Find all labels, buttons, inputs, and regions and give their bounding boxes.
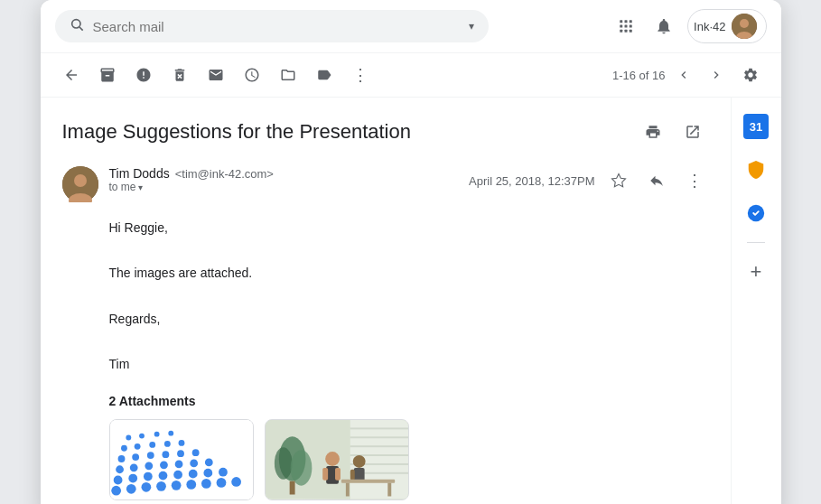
svg-point-15	[74, 174, 87, 187]
svg-rect-2	[620, 20, 622, 23]
pagination-text: 1-16 of 16	[612, 69, 666, 82]
email-date: April 25, 2018, 12:37PM	[469, 174, 594, 188]
svg-point-21	[154, 432, 159, 437]
svg-rect-5	[620, 25, 622, 28]
email-title: Image Suggestions for the Presentation	[62, 120, 622, 144]
email-more-button[interactable]: ⋮	[680, 166, 709, 195]
attachment-2-preview	[266, 420, 408, 499]
svg-point-67	[274, 447, 292, 480]
sender-avatar	[62, 166, 98, 202]
svg-point-30	[146, 453, 154, 460]
next-email-button[interactable]	[702, 61, 731, 89]
search-bar[interactable]: ▾	[55, 10, 489, 42]
svg-point-34	[116, 466, 124, 474]
sender-name: Tim Dodds	[109, 166, 170, 181]
email-title-row: Image Suggestions for the Presentation	[62, 116, 709, 148]
svg-point-32	[177, 451, 184, 458]
svg-point-47	[203, 469, 212, 478]
search-dropdown-icon[interactable]: ▾	[469, 20, 474, 33]
attachment-2[interactable]	[265, 419, 409, 500]
apps-icon[interactable]	[611, 12, 640, 41]
svg-point-49	[111, 486, 121, 496]
svg-point-20	[139, 434, 145, 439]
report-spam-button[interactable]	[127, 59, 160, 91]
svg-point-24	[134, 443, 140, 450]
svg-point-33	[191, 450, 199, 457]
svg-point-51	[141, 482, 151, 492]
svg-rect-77	[341, 480, 394, 483]
svg-point-40	[204, 459, 212, 467]
svg-point-48	[219, 468, 228, 477]
sender-name-row: Tim Dodds <tim@ink-42.com>	[109, 166, 459, 181]
sender-info: Tim Dodds <tim@ink-42.com> to me ▾	[109, 166, 459, 193]
more-options-button[interactable]: ⋮	[344, 59, 377, 91]
gmail-window: ▾ Ink·42	[41, 0, 781, 504]
svg-point-12	[740, 19, 749, 28]
label-button[interactable]	[308, 59, 341, 91]
notifications-icon[interactable]	[649, 12, 678, 41]
svg-point-43	[143, 472, 152, 481]
reply-button[interactable]	[642, 166, 671, 195]
snooze-button[interactable]	[236, 59, 268, 91]
svg-point-31	[162, 452, 169, 459]
svg-rect-69	[289, 481, 294, 495]
move-to-button[interactable]	[272, 59, 304, 91]
prev-email-button[interactable]	[669, 61, 698, 89]
svg-point-44	[158, 471, 167, 481]
svg-line-1	[79, 27, 83, 31]
svg-rect-79	[387, 483, 391, 497]
svg-rect-4	[630, 20, 632, 23]
svg-point-74	[352, 455, 365, 468]
star-button[interactable]	[604, 166, 633, 195]
attachments-row	[109, 419, 709, 500]
more-dots-icon: ⋮	[352, 65, 369, 85]
svg-point-25	[149, 442, 155, 448]
to-me-label[interactable]: to me ▾	[109, 181, 459, 193]
calendar-badge: 31	[743, 114, 769, 139]
svg-point-53	[171, 481, 181, 490]
svg-point-52	[156, 481, 166, 491]
attachment-1-preview	[110, 420, 253, 499]
sender-email: <tim@ink-42.com>	[175, 167, 274, 181]
svg-point-70	[325, 452, 340, 466]
svg-rect-10	[630, 30, 632, 33]
svg-rect-9	[625, 30, 628, 33]
svg-rect-60	[350, 428, 407, 430]
svg-point-29	[132, 453, 139, 461]
svg-point-36	[145, 462, 153, 471]
svg-point-56	[216, 478, 226, 488]
email-title-icons	[637, 116, 709, 148]
svg-point-45	[173, 471, 182, 480]
settings-button[interactable]	[734, 59, 767, 91]
svg-marker-17	[611, 174, 625, 187]
svg-point-55	[201, 479, 211, 489]
svg-rect-72	[322, 468, 328, 481]
back-button[interactable]	[55, 59, 88, 91]
user-badge[interactable]: Ink·42	[687, 9, 766, 43]
attachment-1[interactable]	[109, 419, 254, 500]
add-panel-button[interactable]: +	[738, 254, 774, 290]
tasks-panel-button[interactable]	[738, 195, 774, 231]
attachments-label: 2 Attachments	[109, 394, 709, 408]
svg-point-35	[129, 464, 137, 472]
svg-rect-78	[345, 483, 349, 497]
svg-point-57	[231, 477, 241, 487]
pagination: 1-16 of 16	[612, 69, 666, 82]
open-in-new-button[interactable]	[676, 116, 709, 148]
calendar-panel-button[interactable]: 31	[738, 108, 774, 145]
svg-rect-7	[630, 25, 632, 28]
keep-panel-button[interactable]	[738, 152, 774, 188]
archive-button[interactable]	[91, 59, 124, 91]
svg-rect-73	[335, 468, 341, 481]
regards-line: Regards,	[109, 308, 709, 331]
header-right: Ink·42	[611, 9, 766, 43]
svg-rect-76	[350, 470, 354, 481]
email-body: Hi Reggie, The images are attached. Rega…	[109, 217, 709, 376]
delete-button[interactable]	[163, 59, 196, 91]
print-button[interactable]	[637, 116, 669, 148]
svg-point-38	[174, 461, 182, 469]
search-input[interactable]	[93, 19, 460, 34]
mark-unread-button[interactable]	[200, 59, 232, 91]
header: ▾ Ink·42	[41, 0, 781, 53]
svg-point-27	[178, 440, 184, 446]
